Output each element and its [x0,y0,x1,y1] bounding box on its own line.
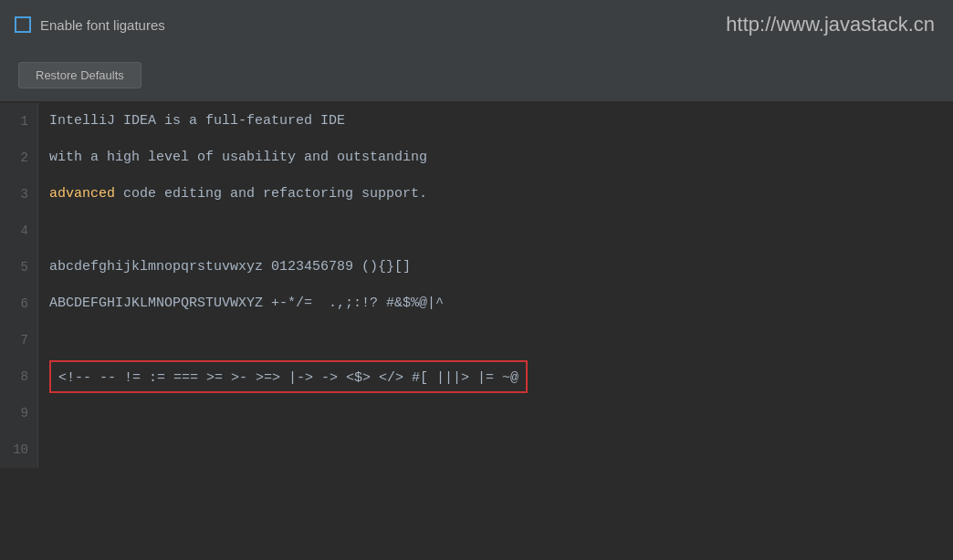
line-num-3: 3 [0,176,37,213]
line-num-10: 10 [0,431,37,468]
line-numbers: 1 2 3 4 5 6 7 8 9 10 [0,103,38,468]
code-line-2: with a high level of usability and outst… [49,140,953,176]
line-num-7: 7 [0,322,37,358]
toolbar: Restore Defaults [0,49,953,101]
code-container: 1 2 3 4 5 6 7 8 9 10 IntelliJ IDEA is a … [0,103,953,468]
code-line-5: abcdefghijklmnopqrstuvwxyz 0123456789 ()… [49,249,953,285]
code-line-8-wrapper: <!-- -- != := === >= >- >=> |-> -> <$> <… [49,358,953,395]
code-line-4 [49,213,953,249]
code-line-1: IntelliJ IDEA is a full-featured IDE [49,103,953,140]
code-line-3: advanced code editing and refactoring su… [49,176,953,213]
editor-area: 1 2 3 4 5 6 7 8 9 10 IntelliJ IDEA is a … [0,103,953,468]
code-lines: IntelliJ IDEA is a full-featured IDE wit… [38,103,953,468]
url-display: http://www.javastack.cn [726,13,935,36]
top-bar: Enable font ligatures http://www.javasta… [0,0,953,49]
code-line-10 [49,431,953,468]
advanced-highlight: advanced [49,186,115,202]
line-num-6: 6 [0,285,37,322]
code-line-7 [49,322,953,358]
line-num-9: 9 [0,395,37,431]
checkbox-row: Enable font ligatures [15,16,165,33]
restore-defaults-button[interactable]: Restore Defaults [18,62,141,88]
code-line-9 [49,395,953,431]
checkbox-label: Enable font ligatures [40,17,165,33]
line-num-8: 8 [0,358,37,395]
line-num-1: 1 [0,103,37,140]
code-line-8-boxed: <!-- -- != := === >= >- >=> |-> -> <$> <… [49,360,528,393]
line-num-5: 5 [0,249,37,285]
enable-ligatures-checkbox[interactable] [15,16,31,33]
line-num-2: 2 [0,140,37,176]
code-line-6: ABCDEFGHIJKLMNOPQRSTUVWXYZ +-*/= .,;:!? … [49,285,953,322]
line-num-4: 4 [0,213,37,249]
